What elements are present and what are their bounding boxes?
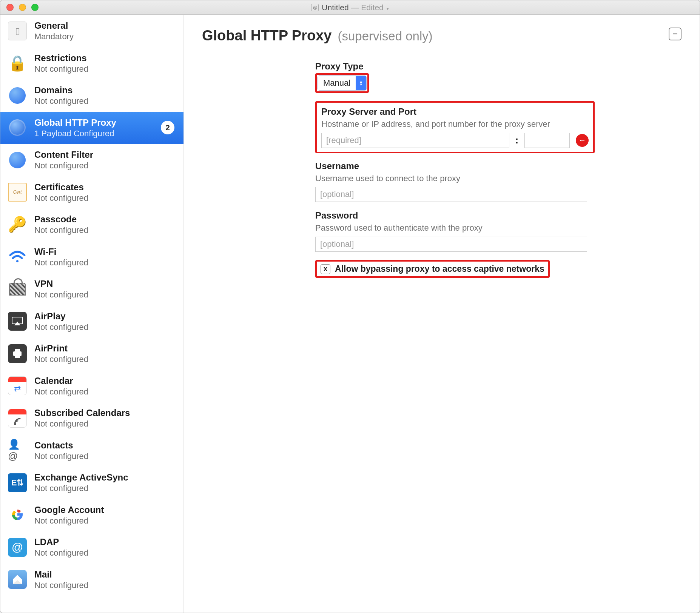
sidebar-item-ldap[interactable]: @ LDAP Not configured: [0, 531, 183, 564]
sidebar-item-vpn[interactable]: VPN Not configured: [0, 273, 183, 305]
minus-icon: −: [673, 29, 678, 39]
highlight-server-port: Proxy Server and Port Hostname or IP add…: [315, 101, 595, 153]
sidebar-item-subscribed-calendars[interactable]: Subscribed Calendars Not configured: [0, 402, 183, 434]
server-port-row: : ←: [321, 133, 589, 148]
mail-icon: [8, 570, 27, 589]
airprint-icon: [8, 344, 27, 363]
sidebar-item-sub: Not configured: [34, 580, 174, 591]
highlight-bypass: x Allow bypassing proxy to access captiv…: [315, 260, 550, 278]
sidebar-item-label: General: [34, 20, 174, 31]
sidebar-item-passcode[interactable]: 🔑 Passcode Not configured: [0, 208, 183, 241]
checkmark-icon: x: [324, 265, 327, 273]
password-desc: Password used to authenticate with the p…: [315, 222, 595, 234]
proxy-type-label: Proxy Type: [315, 61, 595, 72]
password-label: Password: [315, 210, 595, 221]
page-header: Global HTTP Proxy (supervised only): [202, 28, 681, 44]
body: ▯ General Mandatory 🔒 Restrictions Not c…: [0, 15, 700, 613]
proxy-type-select[interactable]: Manual ▲▼: [318, 75, 367, 91]
app-window: ◎ Untitled — Edited ▾ ▯ General Mandator…: [0, 0, 700, 613]
sidebar-item-airplay[interactable]: AirPlay Not configured: [0, 305, 183, 338]
error-arrow-icon: ←: [576, 134, 589, 147]
remove-payload-button[interactable]: −: [669, 28, 681, 40]
sidebar-item-label: Exchange ActiveSync: [34, 472, 174, 483]
sidebar-item-sub: Not configured: [34, 548, 174, 558]
device-icon: ▯: [8, 22, 27, 40]
svg-rect-4: [15, 349, 20, 352]
proxy-host-input[interactable]: [321, 133, 509, 148]
sidebar-item-sub: Not configured: [34, 225, 174, 236]
sidebar-item-label: Passcode: [34, 214, 174, 225]
wifi-icon: [8, 247, 27, 266]
sidebar-item-label: Mail: [34, 569, 174, 580]
document-name: Untitled: [322, 3, 348, 12]
sidebar-item-sub: Not configured: [34, 483, 174, 494]
sidebar-item-content-filter[interactable]: Content Filter Not configured: [0, 144, 183, 176]
key-icon: 🔑: [8, 215, 27, 234]
colon-label: :: [515, 134, 519, 146]
sidebar-item-label: Google Account: [34, 504, 174, 516]
server-port-desc: Hostname or IP address, and port number …: [321, 119, 589, 130]
sidebar-item-wifi[interactable]: Wi-Fi Not configured: [0, 241, 183, 273]
form: Proxy Type Manual ▲▼ Proxy Server and Po…: [315, 61, 595, 278]
sidebar-item-sub: Not configured: [34, 419, 174, 429]
globe-filter-icon: [8, 151, 27, 169]
sidebar[interactable]: ▯ General Mandatory 🔒 Restrictions Not c…: [0, 15, 184, 613]
sidebar-item-airprint[interactable]: AirPrint Not configured: [0, 337, 183, 370]
sidebar-item-exchange[interactable]: E⇅ Exchange ActiveSync Not configured: [0, 467, 183, 499]
server-port-label: Proxy Server and Port: [321, 106, 589, 117]
sidebar-item-sub: Not configured: [34, 322, 174, 333]
sidebar-item-sub: Not configured: [34, 354, 174, 365]
sidebar-item-sub: Not configured: [34, 290, 174, 300]
sidebar-item-domains[interactable]: Domains Not configured: [0, 79, 183, 112]
bypass-checkbox[interactable]: x: [321, 264, 330, 274]
contacts-icon: 👤@: [8, 441, 27, 460]
sidebar-item-label: Restrictions: [34, 52, 174, 64]
certificate-icon: Cert: [8, 183, 27, 202]
sidebar-item-label: Calendar: [34, 375, 174, 387]
sidebar-item-label: LDAP: [34, 536, 174, 548]
sidebar-item-sub: Not configured: [34, 160, 174, 171]
sidebar-item-general[interactable]: ▯ General Mandatory: [0, 15, 183, 47]
sidebar-item-label: Contacts: [34, 440, 174, 451]
proxy-port-input[interactable]: [524, 133, 570, 148]
sidebar-item-contacts[interactable]: 👤@ Contacts Not configured: [0, 434, 183, 467]
sidebar-item-sub: Not configured: [34, 516, 174, 526]
globe-proxy-icon: [8, 118, 27, 137]
sidebar-item-label: Wi-Fi: [34, 246, 174, 257]
globe-icon: [8, 86, 27, 105]
google-icon: [8, 505, 27, 524]
username-input[interactable]: [315, 187, 587, 202]
highlight-proxy-type: Manual ▲▼: [315, 73, 369, 93]
sidebar-item-google[interactable]: Google Account Not configured: [0, 499, 183, 531]
bypass-label: Allow bypassing proxy to access captive …: [335, 264, 544, 274]
password-input[interactable]: [315, 237, 587, 252]
sidebar-item-sub: Mandatory: [34, 31, 174, 42]
sidebar-item-sub: Not configured: [34, 193, 174, 203]
sidebar-item-certificates[interactable]: Cert Certificates Not configured: [0, 176, 183, 209]
vpn-icon: [8, 280, 27, 299]
calendar-icon: ⇄: [8, 376, 27, 395]
username-desc: Username used to connect to the proxy: [315, 173, 595, 184]
sidebar-item-mail[interactable]: Mail Not configured: [0, 564, 183, 596]
sidebar-item-label: Content Filter: [34, 149, 174, 160]
document-icon: ◎: [311, 4, 319, 11]
subscribed-cal-icon: [8, 409, 27, 428]
svg-point-0: [16, 260, 19, 262]
page-title: Global HTTP Proxy: [202, 28, 331, 44]
sidebar-item-label: Subscribed Calendars: [34, 407, 174, 419]
ldap-icon: @: [8, 538, 27, 557]
select-arrows-icon: ▲▼: [356, 76, 366, 90]
sidebar-item-restrictions[interactable]: 🔒 Restrictions Not configured: [0, 47, 183, 80]
window-title[interactable]: ◎ Untitled — Edited ▾: [0, 3, 700, 12]
sidebar-item-sub: Not configured: [34, 257, 174, 268]
sidebar-item-label: Global HTTP Proxy: [34, 117, 153, 128]
field-username: Username Username used to connect to the…: [315, 161, 595, 202]
sidebar-item-sub: Not configured: [34, 96, 174, 106]
sidebar-item-sub: Not configured: [34, 64, 174, 74]
sidebar-item-label: AirPrint: [34, 343, 174, 354]
main-content: Global HTTP Proxy (supervised only) − Pr…: [184, 15, 700, 613]
sidebar-item-global-http-proxy[interactable]: Global HTTP Proxy 1 Payload Configured 2: [0, 112, 183, 144]
sidebar-item-calendar[interactable]: ⇄ Calendar Not configured: [0, 370, 183, 402]
titlebar: ◎ Untitled — Edited ▾: [0, 0, 700, 15]
svg-rect-5: [15, 355, 20, 358]
